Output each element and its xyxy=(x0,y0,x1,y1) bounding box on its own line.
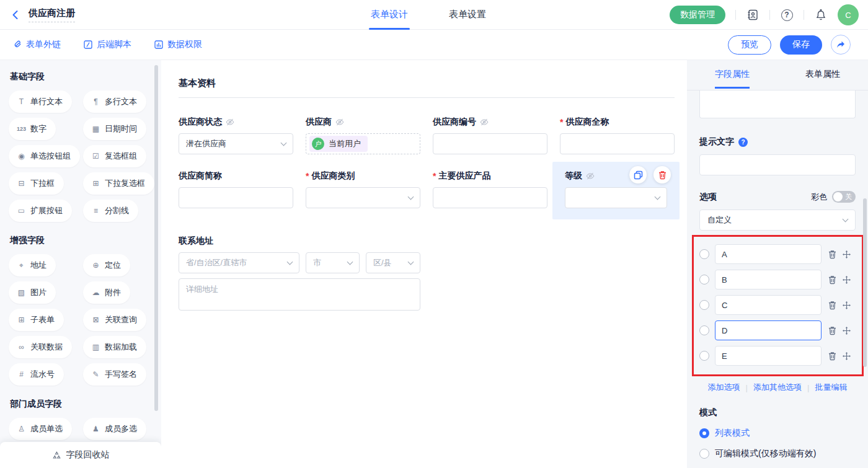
move-option-handle[interactable] xyxy=(842,326,851,335)
supplier-category-select[interactable] xyxy=(306,187,420,208)
option-radio[interactable] xyxy=(699,351,709,361)
pill-datetime[interactable]: ▦日期时间 xyxy=(83,118,146,140)
supplier-shortname-input[interactable] xyxy=(179,187,293,208)
option-input[interactable] xyxy=(715,244,822,264)
delete-option-button[interactable] xyxy=(828,351,837,361)
grade-select[interactable] xyxy=(565,187,667,208)
form-canvas[interactable]: 基本资料 供应商状态 潜在供应商 供应商 户 当 xyxy=(161,60,687,468)
delete-option-button[interactable] xyxy=(828,326,837,335)
pill-relation-query[interactable]: ⊠关联查询 xyxy=(83,309,146,331)
chevron-left-icon xyxy=(10,9,21,20)
supplier-code-field[interactable]: 供应商编号 xyxy=(433,117,547,154)
pill-member-single[interactable]: ♙成员单选 xyxy=(9,418,72,440)
delete-field-button[interactable] xyxy=(653,166,671,183)
pill-signature[interactable]: ✎手写签名 xyxy=(83,363,146,386)
contact-address-field[interactable]: 联系地址 省/自治区/直辖市 市 区/县 详细地址 xyxy=(179,236,687,311)
copy-field-button[interactable] xyxy=(629,166,647,183)
batch-edit-link[interactable]: 批量编辑 xyxy=(815,382,847,393)
address-book-icon[interactable] xyxy=(746,8,760,22)
detail-address-textarea[interactable]: 详细地址 xyxy=(179,278,420,311)
pill-divider-line[interactable]: ≡分割线 xyxy=(83,200,138,222)
backend-script-link[interactable]: 后端脚本 xyxy=(83,39,131,50)
option-radio[interactable] xyxy=(699,325,709,335)
data-permission-link[interactable]: 数据权限 xyxy=(154,39,202,50)
option-radio[interactable] xyxy=(699,249,709,259)
option-input[interactable] xyxy=(715,270,822,289)
move-option-handle[interactable] xyxy=(842,250,851,259)
help-circle-icon[interactable]: ? xyxy=(738,138,748,147)
panel-scrollbar[interactable] xyxy=(863,198,867,367)
pill-relation-data[interactable]: ∞关联数据 xyxy=(9,336,72,358)
mode-option-list[interactable]: 列表模式 xyxy=(699,428,856,439)
main-products-field[interactable]: *主要供应产品 xyxy=(433,170,547,219)
radio-unselected[interactable] xyxy=(699,449,709,459)
pill-member-multi[interactable]: ♟成员多选 xyxy=(83,418,146,440)
option-radio[interactable] xyxy=(699,275,709,285)
option-source-select[interactable]: 自定义 xyxy=(699,210,856,231)
move-option-handle[interactable] xyxy=(842,351,851,361)
add-other-option-link[interactable]: 添加其他选项 xyxy=(753,382,802,393)
option-input-focused[interactable] xyxy=(715,320,822,340)
pill-data-load[interactable]: ▥数据加载 xyxy=(83,336,146,358)
pill-multi-line-text[interactable]: ¶多行文本 xyxy=(83,91,146,113)
delete-option-button[interactable] xyxy=(828,275,837,285)
pill-dropdown[interactable]: ⊟下拉框 xyxy=(9,172,64,195)
share-button[interactable] xyxy=(831,35,851,55)
help-icon[interactable]: ? xyxy=(780,8,794,22)
delete-option-button[interactable] xyxy=(828,301,837,310)
tab-field-properties[interactable]: 字段属性 xyxy=(687,60,777,90)
grade-field-selected[interactable]: 等级 xyxy=(552,162,680,219)
province-select[interactable]: 省/自治区/直辖市 xyxy=(179,252,299,273)
hint-text-input[interactable] xyxy=(699,154,856,175)
district-select[interactable]: 区/县 xyxy=(366,252,420,273)
move-option-handle[interactable] xyxy=(842,275,851,285)
mode-option-editable[interactable]: 可编辑模式(仅移动端有效) xyxy=(699,448,856,459)
bar-chart-icon: ▥ xyxy=(91,343,100,351)
radio-selected[interactable] xyxy=(699,428,709,438)
pill-number[interactable]: 123数字 xyxy=(9,118,56,140)
supplier-fullname-field[interactable]: *供应商全称 xyxy=(560,117,675,154)
pill-serial-number[interactable]: #流水号 xyxy=(9,363,64,386)
option-radio[interactable] xyxy=(699,300,709,310)
delete-option-button[interactable] xyxy=(828,250,837,259)
supplier-category-field[interactable]: *供应商类别 xyxy=(306,170,420,219)
save-button[interactable]: 保存 xyxy=(780,35,822,55)
move-option-handle[interactable] xyxy=(842,301,851,310)
supplier-field[interactable]: 供应商 户 当前用户 xyxy=(306,117,420,154)
pill-location[interactable]: ⊕定位 xyxy=(83,254,130,276)
field-recycle-bin[interactable]: 字段回收站 xyxy=(0,442,161,468)
supplier-status-select[interactable]: 潜在供应商 xyxy=(179,133,293,154)
sidebar-scrollbar[interactable] xyxy=(154,65,158,411)
city-select[interactable]: 市 xyxy=(306,252,360,273)
color-toggle[interactable]: 关 xyxy=(832,191,856,203)
tab-form-properties[interactable]: 表单属性 xyxy=(777,60,868,90)
supplier-value-box[interactable]: 户 当前用户 xyxy=(306,133,420,154)
supplier-shortname-field[interactable]: 供应商简称 xyxy=(179,170,293,219)
supplier-status-field[interactable]: 供应商状态 潜在供应商 xyxy=(179,117,293,154)
pill-attachment[interactable]: ☁附件 xyxy=(83,281,130,304)
add-option-link[interactable]: 添加选项 xyxy=(708,382,740,393)
pill-extend-button[interactable]: ▭扩展按钮 xyxy=(9,200,72,222)
pill-dropdown-multi[interactable]: ⊞下拉复选框 xyxy=(83,172,154,195)
tab-form-design[interactable]: 表单设计 xyxy=(371,0,408,30)
notification-bell-icon[interactable] xyxy=(814,8,828,22)
pill-single-line-text[interactable]: T单行文本 xyxy=(9,91,72,113)
pill-checkbox-group[interactable]: ☑复选框组 xyxy=(83,145,146,167)
option-input[interactable] xyxy=(715,295,822,315)
form-external-link[interactable]: 表单外链 xyxy=(12,39,61,50)
tab-form-settings[interactable]: 表单设置 xyxy=(449,0,486,30)
user-avatar[interactable]: C xyxy=(838,4,859,25)
pill-subform[interactable]: ⊞子表单 xyxy=(9,309,64,331)
back-button[interactable] xyxy=(10,9,22,21)
pill-radio-group[interactable]: ◉单选按钮组 xyxy=(9,145,80,167)
supplier-code-input[interactable] xyxy=(433,133,547,154)
option-input[interactable] xyxy=(715,346,822,366)
preview-button[interactable]: 预览 xyxy=(728,35,771,55)
data-manage-button[interactable]: 数据管理 xyxy=(670,6,725,24)
form-title[interactable]: 供应商注册 xyxy=(29,7,75,22)
pill-image[interactable]: ▧图片 xyxy=(9,281,56,304)
main-products-input[interactable] xyxy=(433,187,547,208)
pill-address[interactable]: ⌖地址 xyxy=(9,254,56,276)
supplier-fullname-input[interactable] xyxy=(560,133,675,154)
field-name-input-clipped[interactable] xyxy=(699,91,856,118)
